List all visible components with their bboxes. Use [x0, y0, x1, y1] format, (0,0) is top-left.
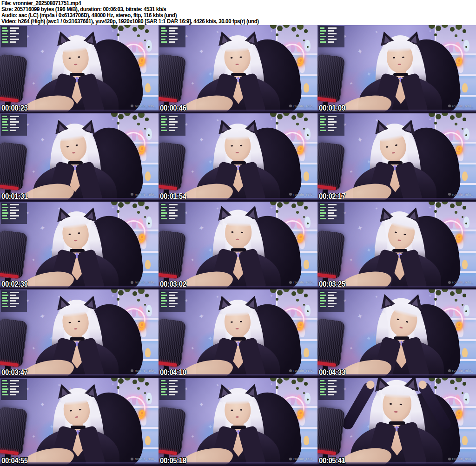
username-watermark: ronnie_relo_ [448, 368, 473, 373]
timestamp-overlay: 00:05:18 [160, 457, 186, 465]
video-thumbnail: 9 [317, 202, 476, 290]
mouth [74, 328, 77, 330]
timestamp-overlay: 00:04:55 [1, 457, 28, 465]
choker [231, 337, 246, 341]
choker [392, 249, 407, 252]
eye-left [393, 57, 395, 58]
video-thumbnail: 9 [0, 289, 159, 378]
video-thumbnail: 9 [317, 25, 476, 113]
eye-right [406, 321, 409, 323]
watermark-logo [131, 369, 133, 372]
mouth [72, 151, 75, 153]
mouth [399, 327, 403, 329]
microphone-body [317, 406, 345, 456]
mouth [236, 152, 239, 153]
eye-right [400, 404, 403, 406]
figurine [304, 260, 309, 269]
username-watermark: ronnie_relo_ [131, 104, 156, 108]
username-watermark: ronnie_relo_ [131, 192, 156, 197]
choker [70, 249, 85, 252]
timestamp-overlay: 00:04:10 [160, 368, 186, 377]
mouth [236, 328, 239, 329]
figurine [463, 217, 469, 228]
eye-left [230, 57, 232, 59]
timestamp-overlay: 00:02:17 [319, 192, 345, 201]
cross-pendant [238, 165, 239, 170]
microphone-body [0, 230, 28, 280]
timestamp-overlay: 00:02:39 [1, 280, 28, 289]
watermark-text: ronnie_relo_ [135, 104, 156, 108]
figurine [304, 40, 311, 52]
timestamp-overlay: 00:03:25 [319, 280, 345, 289]
stream-stats-overlay [318, 114, 344, 136]
eye-right [404, 234, 407, 236]
figurine [145, 260, 151, 269]
microphone-body [159, 406, 186, 456]
eye-left [68, 322, 71, 324]
stream-stats-overlay [318, 379, 344, 400]
microphone-body [317, 142, 345, 191]
video-thumbnail: 9 [0, 113, 159, 202]
figurine [304, 436, 309, 445]
microphone-body [0, 318, 28, 368]
microphone-body [0, 53, 28, 103]
cross-pendant [76, 341, 78, 346]
video-thumbnail: 9 [0, 202, 159, 290]
microphone-body [159, 318, 186, 368]
microphone-body [159, 230, 186, 280]
mouth [397, 239, 401, 241]
video-contact-sheet: File: vronnier_202508071751.mp4 Size: 20… [0, 0, 476, 466]
figurine [304, 128, 311, 140]
mouth [398, 64, 401, 65]
eye-right [240, 321, 242, 322]
hair-fringe [223, 392, 252, 405]
figurine [304, 217, 311, 228]
username-watermark: ronnie_relo_ [289, 192, 314, 197]
cross-pendant [238, 430, 239, 434]
cross-pendant [400, 77, 401, 82]
watermark-logo [131, 458, 133, 460]
video-thumbnail: 9 [0, 25, 159, 113]
figurine [463, 393, 469, 404]
mouth [236, 239, 239, 240]
timestamp-overlay: 00:01:54 [160, 192, 186, 201]
stream-stats-overlay [318, 203, 344, 224]
file-info-header: File: vronnier_202508071751.mp4 Size: 20… [0, 0, 476, 25]
mouth [236, 416, 239, 418]
choker [231, 161, 246, 164]
watermark-text: ronnie_relo_ [135, 280, 156, 284]
figurine [145, 348, 151, 357]
eye-left [66, 145, 68, 147]
stream-stats-overlay [1, 26, 27, 47]
mouth [74, 64, 77, 66]
video-thumbnail: 9 [317, 289, 476, 378]
hair-fringe [224, 214, 254, 228]
cross-pendant [238, 341, 239, 346]
figurine [146, 40, 152, 52]
figurine [304, 83, 309, 92]
eye-right [75, 144, 78, 146]
microphone-body [317, 318, 345, 368]
choker [70, 337, 85, 341]
timestamp-overlay: 00:03:02 [160, 280, 186, 289]
eye-right [240, 409, 242, 411]
choker [231, 73, 246, 76]
eye-right [239, 56, 242, 58]
video-thumbnail: 9 [0, 378, 159, 466]
watermark-text: ronnie_relo_ [293, 457, 314, 461]
timestamp-overlay: 00:04:33 [319, 368, 345, 377]
figurine [462, 260, 468, 269]
watermark-text: ronnie_relo_ [293, 368, 314, 373]
watermark-text: ronnie_relo_ [452, 457, 473, 461]
mouth [235, 64, 238, 65]
mouth [392, 151, 395, 153]
watermark-logo [448, 193, 451, 196]
username-watermark: ronnie_relo_ [448, 457, 473, 461]
username-watermark: ronnie_relo_ [289, 280, 314, 284]
username-watermark: ronnie_relo_ [289, 457, 314, 461]
stream-stats-overlay [159, 379, 185, 400]
watermark-logo [289, 193, 292, 196]
watermark-logo [448, 458, 451, 460]
stream-stats-overlay [1, 203, 27, 224]
cross-pendant [76, 77, 78, 82]
